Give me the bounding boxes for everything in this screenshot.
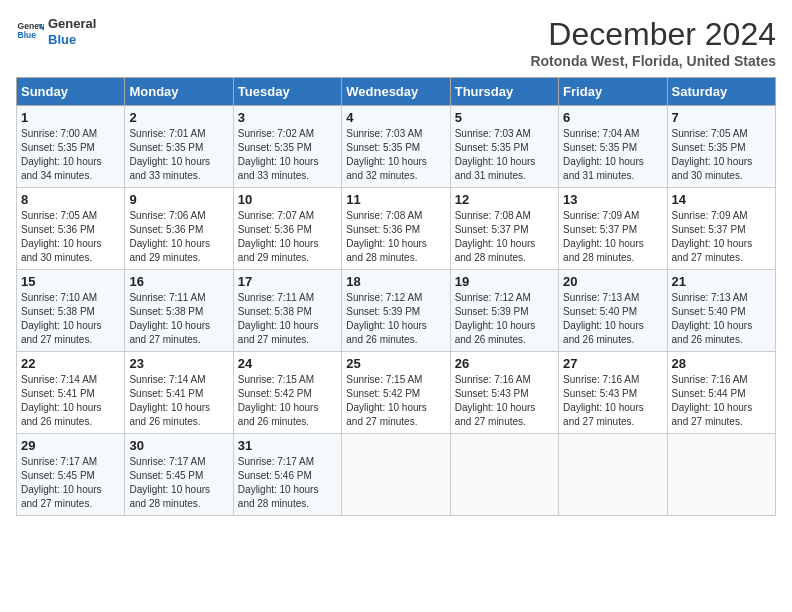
- weekday-header-sunday: Sunday: [17, 78, 125, 106]
- logo-line1: General: [48, 16, 96, 32]
- weekday-header-thursday: Thursday: [450, 78, 558, 106]
- day-info: Sunrise: 7:09 AM Sunset: 5:37 PM Dayligh…: [672, 209, 771, 265]
- day-info: Sunrise: 7:04 AM Sunset: 5:35 PM Dayligh…: [563, 127, 662, 183]
- calendar-cell: [342, 434, 450, 516]
- day-number: 21: [672, 274, 771, 289]
- day-info: Sunrise: 7:09 AM Sunset: 5:37 PM Dayligh…: [563, 209, 662, 265]
- calendar-cell: 28Sunrise: 7:16 AM Sunset: 5:44 PM Dayli…: [667, 352, 775, 434]
- day-number: 18: [346, 274, 445, 289]
- calendar-cell: 2Sunrise: 7:01 AM Sunset: 5:35 PM Daylig…: [125, 106, 233, 188]
- day-number: 10: [238, 192, 337, 207]
- day-info: Sunrise: 7:03 AM Sunset: 5:35 PM Dayligh…: [346, 127, 445, 183]
- day-info: Sunrise: 7:05 AM Sunset: 5:35 PM Dayligh…: [672, 127, 771, 183]
- calendar-cell: [450, 434, 558, 516]
- calendar-cell: 14Sunrise: 7:09 AM Sunset: 5:37 PM Dayli…: [667, 188, 775, 270]
- day-info: Sunrise: 7:10 AM Sunset: 5:38 PM Dayligh…: [21, 291, 120, 347]
- day-info: Sunrise: 7:05 AM Sunset: 5:36 PM Dayligh…: [21, 209, 120, 265]
- day-info: Sunrise: 7:15 AM Sunset: 5:42 PM Dayligh…: [346, 373, 445, 429]
- day-number: 4: [346, 110, 445, 125]
- day-info: Sunrise: 7:11 AM Sunset: 5:38 PM Dayligh…: [129, 291, 228, 347]
- calendar-cell: 15Sunrise: 7:10 AM Sunset: 5:38 PM Dayli…: [17, 270, 125, 352]
- calendar-cell: 19Sunrise: 7:12 AM Sunset: 5:39 PM Dayli…: [450, 270, 558, 352]
- day-number: 27: [563, 356, 662, 371]
- day-info: Sunrise: 7:08 AM Sunset: 5:37 PM Dayligh…: [455, 209, 554, 265]
- day-info: Sunrise: 7:15 AM Sunset: 5:42 PM Dayligh…: [238, 373, 337, 429]
- logo: General Blue General Blue: [16, 16, 96, 47]
- calendar-week-5: 29Sunrise: 7:17 AM Sunset: 5:45 PM Dayli…: [17, 434, 776, 516]
- day-number: 11: [346, 192, 445, 207]
- day-number: 1: [21, 110, 120, 125]
- calendar-cell: 10Sunrise: 7:07 AM Sunset: 5:36 PM Dayli…: [233, 188, 341, 270]
- calendar-cell: 6Sunrise: 7:04 AM Sunset: 5:35 PM Daylig…: [559, 106, 667, 188]
- day-number: 22: [21, 356, 120, 371]
- day-number: 12: [455, 192, 554, 207]
- calendar-cell: 8Sunrise: 7:05 AM Sunset: 5:36 PM Daylig…: [17, 188, 125, 270]
- calendar-cell: 1Sunrise: 7:00 AM Sunset: 5:35 PM Daylig…: [17, 106, 125, 188]
- weekday-header-tuesday: Tuesday: [233, 78, 341, 106]
- weekday-header-monday: Monday: [125, 78, 233, 106]
- calendar-cell: 23Sunrise: 7:14 AM Sunset: 5:41 PM Dayli…: [125, 352, 233, 434]
- calendar-cell: 13Sunrise: 7:09 AM Sunset: 5:37 PM Dayli…: [559, 188, 667, 270]
- day-info: Sunrise: 7:14 AM Sunset: 5:41 PM Dayligh…: [129, 373, 228, 429]
- calendar-cell: 27Sunrise: 7:16 AM Sunset: 5:43 PM Dayli…: [559, 352, 667, 434]
- calendar-cell: 21Sunrise: 7:13 AM Sunset: 5:40 PM Dayli…: [667, 270, 775, 352]
- day-number: 5: [455, 110, 554, 125]
- day-number: 19: [455, 274, 554, 289]
- weekday-header-saturday: Saturday: [667, 78, 775, 106]
- day-info: Sunrise: 7:16 AM Sunset: 5:44 PM Dayligh…: [672, 373, 771, 429]
- day-number: 3: [238, 110, 337, 125]
- calendar-cell: 31Sunrise: 7:17 AM Sunset: 5:46 PM Dayli…: [233, 434, 341, 516]
- day-number: 8: [21, 192, 120, 207]
- day-number: 26: [455, 356, 554, 371]
- day-info: Sunrise: 7:07 AM Sunset: 5:36 PM Dayligh…: [238, 209, 337, 265]
- day-info: Sunrise: 7:02 AM Sunset: 5:35 PM Dayligh…: [238, 127, 337, 183]
- day-info: Sunrise: 7:17 AM Sunset: 5:45 PM Dayligh…: [21, 455, 120, 511]
- weekday-header-wednesday: Wednesday: [342, 78, 450, 106]
- calendar-cell: 18Sunrise: 7:12 AM Sunset: 5:39 PM Dayli…: [342, 270, 450, 352]
- calendar-cell: 16Sunrise: 7:11 AM Sunset: 5:38 PM Dayli…: [125, 270, 233, 352]
- calendar-cell: 22Sunrise: 7:14 AM Sunset: 5:41 PM Dayli…: [17, 352, 125, 434]
- calendar-cell: [559, 434, 667, 516]
- weekday-header-friday: Friday: [559, 78, 667, 106]
- day-number: 13: [563, 192, 662, 207]
- day-info: Sunrise: 7:12 AM Sunset: 5:39 PM Dayligh…: [346, 291, 445, 347]
- day-info: Sunrise: 7:08 AM Sunset: 5:36 PM Dayligh…: [346, 209, 445, 265]
- calendar-cell: 3Sunrise: 7:02 AM Sunset: 5:35 PM Daylig…: [233, 106, 341, 188]
- calendar-cell: 20Sunrise: 7:13 AM Sunset: 5:40 PM Dayli…: [559, 270, 667, 352]
- calendar-week-1: 1Sunrise: 7:00 AM Sunset: 5:35 PM Daylig…: [17, 106, 776, 188]
- title-block: December 2024 Rotonda West, Florida, Uni…: [530, 16, 776, 69]
- day-number: 30: [129, 438, 228, 453]
- logo-line2: Blue: [48, 32, 96, 48]
- general-blue-logo-icon: General Blue: [16, 18, 44, 46]
- day-number: 23: [129, 356, 228, 371]
- day-number: 6: [563, 110, 662, 125]
- weekday-header-row: SundayMondayTuesdayWednesdayThursdayFrid…: [17, 78, 776, 106]
- day-number: 28: [672, 356, 771, 371]
- day-info: Sunrise: 7:14 AM Sunset: 5:41 PM Dayligh…: [21, 373, 120, 429]
- day-info: Sunrise: 7:03 AM Sunset: 5:35 PM Dayligh…: [455, 127, 554, 183]
- calendar-cell: 4Sunrise: 7:03 AM Sunset: 5:35 PM Daylig…: [342, 106, 450, 188]
- day-info: Sunrise: 7:01 AM Sunset: 5:35 PM Dayligh…: [129, 127, 228, 183]
- calendar-cell: 30Sunrise: 7:17 AM Sunset: 5:45 PM Dayli…: [125, 434, 233, 516]
- calendar-cell: 12Sunrise: 7:08 AM Sunset: 5:37 PM Dayli…: [450, 188, 558, 270]
- day-number: 24: [238, 356, 337, 371]
- svg-text:Blue: Blue: [18, 30, 37, 40]
- day-info: Sunrise: 7:13 AM Sunset: 5:40 PM Dayligh…: [672, 291, 771, 347]
- day-number: 20: [563, 274, 662, 289]
- calendar-cell: 25Sunrise: 7:15 AM Sunset: 5:42 PM Dayli…: [342, 352, 450, 434]
- calendar-week-3: 15Sunrise: 7:10 AM Sunset: 5:38 PM Dayli…: [17, 270, 776, 352]
- day-number: 16: [129, 274, 228, 289]
- day-number: 29: [21, 438, 120, 453]
- day-number: 9: [129, 192, 228, 207]
- day-number: 7: [672, 110, 771, 125]
- calendar-cell: 29Sunrise: 7:17 AM Sunset: 5:45 PM Dayli…: [17, 434, 125, 516]
- calendar-cell: 5Sunrise: 7:03 AM Sunset: 5:35 PM Daylig…: [450, 106, 558, 188]
- day-info: Sunrise: 7:16 AM Sunset: 5:43 PM Dayligh…: [563, 373, 662, 429]
- day-info: Sunrise: 7:16 AM Sunset: 5:43 PM Dayligh…: [455, 373, 554, 429]
- day-info: Sunrise: 7:11 AM Sunset: 5:38 PM Dayligh…: [238, 291, 337, 347]
- calendar-table: SundayMondayTuesdayWednesdayThursdayFrid…: [16, 77, 776, 516]
- day-number: 31: [238, 438, 337, 453]
- day-info: Sunrise: 7:06 AM Sunset: 5:36 PM Dayligh…: [129, 209, 228, 265]
- calendar-cell: 9Sunrise: 7:06 AM Sunset: 5:36 PM Daylig…: [125, 188, 233, 270]
- calendar-week-4: 22Sunrise: 7:14 AM Sunset: 5:41 PM Dayli…: [17, 352, 776, 434]
